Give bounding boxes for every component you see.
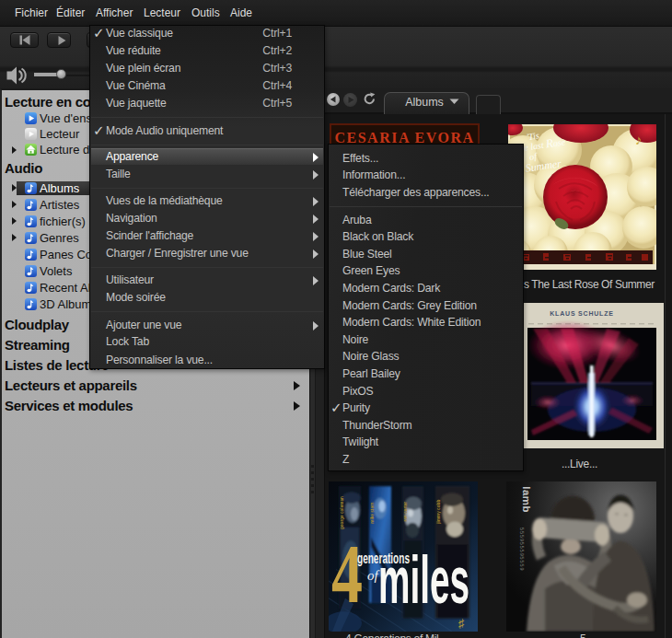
svg-text:4: 4 — [331, 527, 363, 620]
svg-text:miles: miles — [378, 542, 469, 617]
svg-text:lamb: lamb — [521, 486, 532, 513]
svg-text:george coleman: george coleman — [340, 496, 344, 529]
svg-text:ron carter: ron carter — [403, 502, 408, 522]
svg-text:♯: ♯ — [458, 617, 465, 631]
svg-text:mike stern: mike stern — [370, 502, 375, 524]
svg-text:555955595559: 555955595559 — [518, 528, 525, 571]
svg-text:♪: ♪ — [635, 133, 643, 147]
svg-text:jimmy cobb: jimmy cobb — [436, 500, 441, 525]
svg-text:KLAUS SCHULZE: KLAUS SCHULZE — [550, 310, 614, 317]
